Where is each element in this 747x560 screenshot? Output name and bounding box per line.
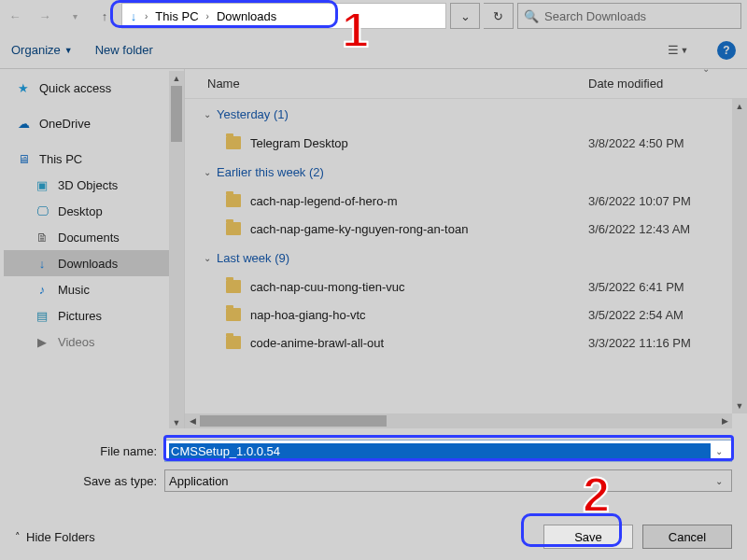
chevron-down-icon: ▼ xyxy=(64,46,73,55)
breadcrumb[interactable]: ↓ › This PC › Downloads xyxy=(121,3,446,29)
column-date-header[interactable]: ⌄ Date modified xyxy=(588,77,747,91)
scroll-up-icon[interactable]: ▲ xyxy=(169,71,184,86)
sidebar-item-this-pc[interactable]: 🖥 This PC xyxy=(4,146,184,172)
hide-folders-toggle[interactable]: ˄ Hide Folders xyxy=(15,530,95,544)
refresh-button[interactable]: ↻ xyxy=(484,3,514,29)
help-button[interactable]: ? xyxy=(717,41,736,60)
organize-label: Organize xyxy=(11,43,61,57)
address-bar-row: ← → ▾ ↑ ↓ › This PC › Downloads ⌄ ↻ 🔍 Se… xyxy=(0,0,747,32)
group-header-yesterday[interactable]: ⌄ Yesterday (1) xyxy=(185,99,747,129)
scroll-thumb[interactable] xyxy=(200,415,387,427)
music-icon: ♪ xyxy=(34,281,50,298)
cloud-icon: ☁ xyxy=(15,115,32,132)
document-icon: 🗎 xyxy=(34,229,50,245)
chevron-right-icon: › xyxy=(203,4,213,28)
save-button-label: Save xyxy=(574,530,602,544)
scroll-up-icon[interactable]: ▲ xyxy=(732,99,747,114)
new-folder-button[interactable]: New folder xyxy=(95,43,153,57)
save-fields: File name: CMSSetup_1.0.0.54 ⌄ Save as t… xyxy=(0,428,747,494)
column-name-header[interactable]: Name xyxy=(207,77,588,91)
search-placeholder: Search Downloads xyxy=(544,9,646,23)
column-date-label: Date modified xyxy=(588,77,663,91)
picture-icon: ▤ xyxy=(34,307,50,324)
search-input[interactable]: 🔍 Search Downloads xyxy=(517,3,741,29)
scroll-down-icon[interactable]: ▼ xyxy=(732,399,747,413)
scroll-thumb[interactable] xyxy=(171,86,182,142)
sidebar-item-downloads[interactable]: ↓ Downloads xyxy=(4,250,184,276)
organize-menu[interactable]: Organize ▼ xyxy=(11,43,73,57)
dialog-footer: ˄ Hide Folders Save Cancel xyxy=(0,513,747,560)
search-icon: 🔍 xyxy=(524,9,539,23)
group-header-earlier-this-week[interactable]: ⌄ Earlier this week (2) xyxy=(185,157,747,187)
forward-button[interactable]: → xyxy=(32,3,58,29)
sidebar-item-onedrive[interactable]: ☁ OneDrive xyxy=(4,110,184,136)
new-folder-label: New folder xyxy=(95,43,153,57)
save-as-type-select[interactable]: Application ⌄ xyxy=(164,469,732,492)
group-header-last-week[interactable]: ⌄ Last week (9) xyxy=(185,243,747,273)
sidebar-item-label: Downloads xyxy=(58,257,118,271)
up-button[interactable]: ↑ xyxy=(92,3,118,29)
cube-icon: ▣ xyxy=(34,176,50,193)
sidebar-item-3d-objects[interactable]: ▣ 3D Objects xyxy=(4,172,184,198)
file-date: 3/8/2022 4:50 PM xyxy=(588,136,747,150)
save-as-type-label: Save as type: xyxy=(15,474,164,488)
filename-input[interactable]: CMSSetup_1.0.0.54 ⌄ xyxy=(164,440,732,462)
folder-icon xyxy=(226,136,241,149)
file-date: 3/3/2022 11:16 PM xyxy=(588,336,747,350)
folder-icon xyxy=(226,222,241,235)
chevron-down-icon: ⌄ xyxy=(204,253,211,263)
sidebar-item-label: Videos xyxy=(58,335,95,349)
sort-indicator-icon: ⌄ xyxy=(702,63,710,74)
file-name: cach-nap-legend-of-hero-m xyxy=(250,194,588,208)
chevron-down-icon[interactable]: ⌄ xyxy=(711,446,727,456)
sidebar-item-music[interactable]: ♪ Music xyxy=(4,276,184,302)
save-button[interactable]: Save xyxy=(543,525,633,549)
list-item[interactable]: code-anime-brawl-all-out 3/3/2022 11:16 … xyxy=(185,329,747,357)
back-button[interactable]: ← xyxy=(2,3,28,29)
view-options-button[interactable]: ☰ ▼ xyxy=(661,39,695,62)
toolbar: Organize ▼ New folder ☰ ▼ ? xyxy=(0,32,747,69)
cancel-button[interactable]: Cancel xyxy=(642,525,732,549)
breadcrumb-downloads[interactable]: Downloads xyxy=(213,4,280,28)
scroll-left-icon[interactable]: ◀ xyxy=(185,413,200,428)
navigation-pane: ★ Quick access ☁ OneDrive 🖥 This PC ▣ 3D… xyxy=(0,69,185,428)
sidebar-item-label: This PC xyxy=(39,152,82,166)
sidebar-item-quick-access[interactable]: ★ Quick access xyxy=(4,75,184,101)
folder-icon xyxy=(226,280,241,293)
filename-label: File name: xyxy=(15,444,164,458)
list-item[interactable]: cach-nap-legend-of-hero-m 3/6/2022 10:07… xyxy=(185,187,747,215)
scroll-down-icon[interactable]: ▼ xyxy=(169,415,184,428)
sidebar-item-label: Pictures xyxy=(58,309,102,323)
sidebar-item-pictures[interactable]: ▤ Pictures xyxy=(4,302,184,329)
recent-locations-button[interactable]: ▾ xyxy=(62,3,88,29)
monitor-icon: 🖥 xyxy=(15,150,32,167)
list-item[interactable]: Telegram Desktop 3/8/2022 4:50 PM xyxy=(185,129,747,157)
desktop-icon: 🖵 xyxy=(34,203,50,219)
cancel-button-label: Cancel xyxy=(669,530,706,544)
main-content: ★ Quick access ☁ OneDrive 🖥 This PC ▣ 3D… xyxy=(0,69,747,428)
sidebar-item-label: OneDrive xyxy=(39,117,91,131)
save-as-type-value: Application xyxy=(169,474,711,488)
sidebar-item-desktop[interactable]: 🖵 Desktop xyxy=(4,198,184,224)
horizontal-scrollbar[interactable]: ◀ ▶ xyxy=(185,413,732,428)
sidebar-item-label: Quick access xyxy=(39,81,111,95)
chevron-right-icon: › xyxy=(141,4,151,28)
file-date: 3/6/2022 10:07 PM xyxy=(588,194,747,208)
sidebar-scrollbar[interactable]: ▲ ▼ xyxy=(169,71,184,428)
address-history-button[interactable]: ⌄ xyxy=(450,3,480,29)
vertical-scrollbar[interactable]: ▲ ▼ xyxy=(732,99,747,413)
list-item[interactable]: cach-nap-game-ky-nguyen-rong-an-toan 3/6… xyxy=(185,215,747,243)
folder-icon xyxy=(226,194,241,207)
file-name: Telegram Desktop xyxy=(250,136,588,150)
file-date: 3/5/2022 2:54 AM xyxy=(588,308,747,322)
sidebar-item-documents[interactable]: 🗎 Documents xyxy=(4,224,184,250)
file-list-pane: Name ⌄ Date modified ⌄ Yesterday (1) Tel… xyxy=(185,69,747,428)
file-name: cach-nap-cuu-mong-tien-vuc xyxy=(250,280,588,294)
list-item[interactable]: cach-nap-cuu-mong-tien-vuc 3/5/2022 6:41… xyxy=(185,273,747,301)
chevron-down-icon[interactable]: ⌄ xyxy=(711,476,727,486)
sidebar-item-videos[interactable]: ▶ Videos xyxy=(4,329,184,355)
group-label: Earlier this week (2) xyxy=(217,165,324,179)
list-item[interactable]: nap-hoa-giang-ho-vtc 3/5/2022 2:54 AM xyxy=(185,301,747,329)
scroll-right-icon[interactable]: ▶ xyxy=(717,413,732,428)
breadcrumb-this-pc[interactable]: This PC xyxy=(151,4,202,28)
